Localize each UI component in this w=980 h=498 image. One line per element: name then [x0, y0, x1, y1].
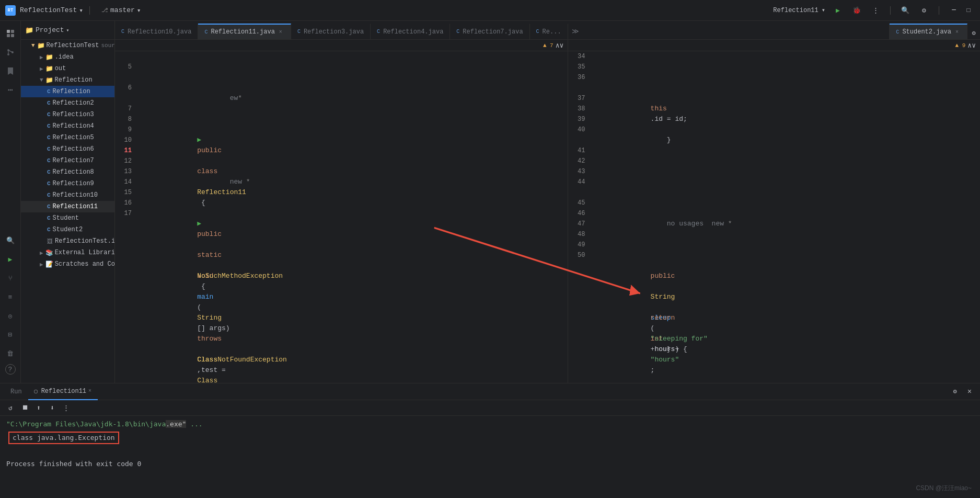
debug-button[interactable]: 🐞	[850, 4, 863, 17]
search-button[interactable]: 🔍	[899, 4, 912, 17]
bottom-toolbar: ↺ ⏹ ⬆ ⬇ ⋮	[0, 400, 980, 416]
run-gutter-5[interactable]: ▶	[197, 136, 201, 144]
tree-item-reflection-folder[interactable]: ▼ 📁 Reflection	[21, 74, 114, 86]
code-line-r34: this .id = id;	[593, 83, 976, 93]
tree-item-scratches[interactable]: ▶ 📝 Scratches and Cons	[21, 258, 114, 270]
sidebar-icon-list[interactable]: ≡	[2, 289, 19, 305]
bottom-tab-close[interactable]: ×	[88, 388, 91, 394]
code-text: "hours"	[651, 356, 679, 364]
sidebar-icon-more[interactable]: ⋯	[2, 82, 19, 98]
more-actions-button[interactable]: ⋮	[60, 402, 72, 414]
sidebar-icon-help[interactable]: ?	[5, 364, 16, 375]
svg-point-6	[7, 53, 9, 55]
tree-item-student2[interactable]: C Student2	[21, 224, 114, 235]
settings-button[interactable]: ⚙	[918, 4, 930, 17]
tab-label-student2: Student2.java	[902, 28, 951, 36]
tab-reflection3[interactable]: C Reflection3.java	[291, 24, 371, 39]
branch-selector[interactable]: ⎇ master ▾	[101, 6, 141, 15]
tab-reflection11[interactable]: C Reflection11.java ×	[198, 24, 291, 39]
sidebar-icon-trash[interactable]: 🗑	[2, 345, 19, 362]
console-line-finished: Process finished with exit code 0	[0, 458, 980, 470]
bottom-tab-reflection11[interactable]: ▢ Reflection11 ×	[28, 383, 98, 400]
tree-item-reflection10[interactable]: C Reflection10	[21, 189, 114, 201]
tab-close-student2[interactable]: ×	[953, 28, 961, 36]
tree-item-reflectiontest-image[interactable]: 🖼 ReflectionTest.im	[21, 235, 114, 247]
tab-reflection4[interactable]: C Reflection4.java	[371, 24, 450, 39]
code-text: public	[197, 230, 222, 238]
tree-label-scratches: Scratches and Cons	[55, 261, 114, 268]
left-warning-chevron[interactable]: ∧	[556, 41, 560, 50]
console-boxed-output: class java.lang.Exception	[8, 432, 119, 444]
java-icon-reflection6: C	[47, 146, 51, 152]
tree-item-reflection6[interactable]: C Reflection6	[21, 143, 114, 155]
left-warning-chevron2[interactable]: ∨	[560, 41, 564, 50]
run-gutter-6[interactable]: ▶	[197, 220, 201, 228]
minimize-button[interactable]: −	[948, 4, 960, 17]
bottom-tab-run[interactable]: Run	[4, 383, 28, 400]
right-editor-pane: ▲ 9 ∧ ∨ 34 35 36 37 38 39 40	[568, 40, 980, 383]
tree-item-reflection7[interactable]: C Reflection7	[21, 155, 114, 166]
tab-close-reflection11[interactable]: ×	[277, 28, 284, 36]
code-text: String	[197, 314, 222, 322]
tree-item-out[interactable]: ▶ 📁 out	[21, 63, 114, 74]
more-options-button[interactable]: ⋮	[869, 4, 882, 17]
code-text	[651, 282, 655, 290]
project-header[interactable]: 📁 Project ▾	[21, 21, 114, 40]
svg-rect-2	[7, 34, 10, 37]
run-button[interactable]: ▶	[832, 4, 844, 17]
tab-more-button[interactable]: ≫	[568, 24, 583, 39]
right-warning-chevron2[interactable]: ∨	[972, 41, 976, 50]
sidebar-icon-git2[interactable]: ⑂	[2, 270, 19, 287]
right-warning-chevron[interactable]: ∧	[967, 41, 972, 50]
tab-student2[interactable]: C Student2.java ×	[890, 24, 967, 39]
bottom-toolbar-right: ⚙ ×	[949, 386, 976, 398]
sidebar-icon-run[interactable]: ▶	[2, 251, 19, 268]
sidebar-icon-debug2[interactable]: ◎	[2, 308, 19, 324]
java-icon-reflection10: C	[47, 192, 51, 198]
tree-item-reflection3[interactable]: C Reflection3	[21, 109, 114, 120]
run-config[interactable]: Reflection11 ▾	[773, 6, 825, 14]
tree-item-reflection4[interactable]: C Reflection4	[21, 120, 114, 132]
folder-icon-scratches: 📝	[45, 261, 53, 268]
tree-item-reflection[interactable]: C Reflection	[21, 86, 114, 97]
java-icon-student: C	[47, 215, 51, 221]
tab-reflection10[interactable]: C Reflection10.java	[115, 24, 198, 39]
tab-reflection7[interactable]: C Reflection7.java	[450, 24, 529, 39]
rerun-button[interactable]: ↺	[4, 402, 17, 414]
tree-item-reflection5[interactable]: C Reflection5	[21, 132, 114, 143]
tree-label-reflection: Reflection	[53, 88, 90, 95]
scroll-bottom-button[interactable]: ⬇	[46, 402, 59, 414]
tree-item-reflection2[interactable]: C Reflection2	[21, 97, 114, 109]
tree-item-idea[interactable]: ▶ 📁 .idea	[21, 51, 114, 63]
tabs-settings-button[interactable]: ⚙	[967, 27, 980, 39]
tree-item-reflection9[interactable]: C Reflection9	[21, 178, 114, 189]
bottom-settings-button[interactable]: ⚙	[949, 386, 961, 398]
code-text: Reflection11	[197, 188, 246, 196]
tab-re-more[interactable]: C Re...	[530, 24, 568, 39]
sidebar-icon-bookmark[interactable]	[2, 63, 19, 80]
code-line-r39: }	[593, 334, 976, 344]
tree-item-reflection11[interactable]: C Reflection11	[21, 201, 114, 212]
sidebar-icon-project[interactable]	[2, 25, 19, 42]
project-header-label: Project	[36, 26, 64, 34]
stop-button[interactable]: ⏹	[19, 402, 31, 414]
code-text: NoSuchMethodException	[197, 272, 283, 280]
maximize-button[interactable]: □	[962, 4, 975, 17]
code-text: }	[651, 345, 671, 353]
code-text	[197, 262, 360, 269]
project-selector[interactable]: ReflectionTest ▾	[20, 6, 83, 15]
sidebar-icon-git[interactable]	[2, 44, 19, 61]
scroll-top-button[interactable]: ⬆	[32, 402, 45, 414]
tree-label-reflection10: Reflection10	[53, 191, 98, 199]
tree-item-reflection8[interactable]: C Reflection8	[21, 166, 114, 178]
code-text	[197, 157, 201, 165]
tree-item-external-libs[interactable]: ▶ 📚 External Libraries	[21, 247, 114, 258]
tree-item-reflectiontest[interactable]: ▼ 📁 ReflectionTest sour	[21, 40, 114, 51]
code-text: .id = id;	[651, 115, 687, 123]
code-text: Class	[197, 356, 217, 364]
run-tab-label: Run	[10, 388, 22, 395]
tree-item-student[interactable]: C Student	[21, 212, 114, 224]
sidebar-icon-search[interactable]: 🔍	[2, 232, 19, 249]
sidebar-icon-terminal[interactable]: ⊟	[2, 326, 19, 343]
bottom-close-button[interactable]: ×	[963, 386, 976, 398]
